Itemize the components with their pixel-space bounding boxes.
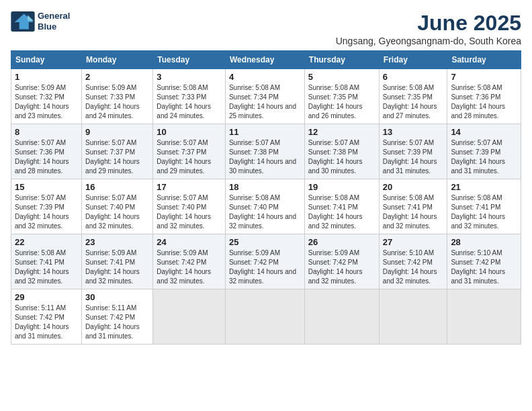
day-info: Sunrise: 5:08 AMSunset: 7:40 PMDaylight:… [229,194,296,230]
day-cell: 2 Sunrise: 5:09 AMSunset: 7:33 PMDayligh… [82,69,153,124]
day-info: Sunrise: 5:07 AMSunset: 7:38 PMDaylight:… [308,139,363,175]
day-info: Sunrise: 5:08 AMSunset: 7:36 PMDaylight:… [451,84,505,120]
day-info: Sunrise: 5:08 AMSunset: 7:41 PMDaylight:… [451,194,505,230]
day-cell: 29 Sunrise: 5:11 AMSunset: 7:42 PMDaylig… [11,289,82,345]
day-cell: 11 Sunrise: 5:07 AMSunset: 7:38 PMDaylig… [225,124,304,179]
day-cell: 10 Sunrise: 5:07 AMSunset: 7:37 PMDaylig… [153,124,226,179]
day-number: 6 [383,72,444,82]
day-cell: 14 Sunrise: 5:07 AMSunset: 7:39 PMDaylig… [447,124,521,179]
day-cell: 17 Sunrise: 5:07 AMSunset: 7:40 PMDaylig… [153,179,226,234]
week-row-2: 8 Sunrise: 5:07 AMSunset: 7:36 PMDayligh… [11,124,521,179]
header-cell-saturday: Saturday [447,51,521,69]
day-info: Sunrise: 5:11 AMSunset: 7:42 PMDaylight:… [85,304,140,340]
day-info: Sunrise: 5:08 AMSunset: 7:35 PMDaylight:… [308,84,363,120]
day-number: 23 [85,237,149,247]
logo-icon [11,11,35,32]
day-number: 17 [157,182,222,192]
day-cell: 23 Sunrise: 5:09 AMSunset: 7:41 PMDaylig… [82,234,153,289]
day-number: 8 [15,127,78,137]
day-number: 26 [308,237,375,247]
day-number: 29 [15,292,78,302]
day-number: 2 [85,72,149,82]
week-row-3: 15 Sunrise: 5:07 AMSunset: 7:39 PMDaylig… [11,179,521,234]
day-number: 14 [451,127,517,137]
week-row-4: 22 Sunrise: 5:08 AMSunset: 7:41 PMDaylig… [11,234,521,289]
day-info: Sunrise: 5:07 AMSunset: 7:36 PMDaylight:… [15,139,69,175]
day-cell [304,289,379,345]
day-number: 28 [451,237,517,247]
header-cell-wednesday: Wednesday [225,51,304,69]
day-number: 9 [85,127,149,137]
day-cell: 9 Sunrise: 5:07 AMSunset: 7:37 PMDayligh… [82,124,153,179]
day-cell: 28 Sunrise: 5:10 AMSunset: 7:42 PMDaylig… [447,234,521,289]
day-number: 16 [85,182,149,192]
day-number: 30 [85,292,149,302]
header-cell-thursday: Thursday [304,51,379,69]
day-info: Sunrise: 5:07 AMSunset: 7:40 PMDaylight:… [85,194,140,230]
day-number: 3 [157,72,222,82]
header-cell-monday: Monday [82,51,153,69]
day-cell: 24 Sunrise: 5:09 AMSunset: 7:42 PMDaylig… [153,234,226,289]
day-info: Sunrise: 5:07 AMSunset: 7:39 PMDaylight:… [383,139,437,175]
day-cell: 27 Sunrise: 5:10 AMSunset: 7:42 PMDaylig… [379,234,447,289]
day-cell: 25 Sunrise: 5:09 AMSunset: 7:42 PMDaylig… [225,234,304,289]
day-cell: 15 Sunrise: 5:07 AMSunset: 7:39 PMDaylig… [11,179,82,234]
day-number: 19 [308,182,375,192]
day-number: 22 [15,237,78,247]
month-title: June 2025 [336,11,521,36]
day-cell [225,289,304,345]
day-number: 12 [308,127,375,137]
day-info: Sunrise: 5:07 AMSunset: 7:37 PMDaylight:… [85,139,140,175]
day-number: 21 [451,182,517,192]
day-cell: 21 Sunrise: 5:08 AMSunset: 7:41 PMDaylig… [447,179,521,234]
calendar-table: SundayMondayTuesdayWednesdayThursdayFrid… [11,50,521,345]
header-cell-sunday: Sunday [11,51,82,69]
day-info: Sunrise: 5:10 AMSunset: 7:42 PMDaylight:… [383,249,437,285]
day-info: Sunrise: 5:07 AMSunset: 7:39 PMDaylight:… [451,139,505,175]
day-cell [153,289,226,345]
day-cell: 4 Sunrise: 5:08 AMSunset: 7:34 PMDayligh… [225,69,304,124]
day-cell: 26 Sunrise: 5:09 AMSunset: 7:42 PMDaylig… [304,234,379,289]
day-cell: 3 Sunrise: 5:08 AMSunset: 7:33 PMDayligh… [153,69,226,124]
day-cell: 19 Sunrise: 5:08 AMSunset: 7:41 PMDaylig… [304,179,379,234]
day-info: Sunrise: 5:08 AMSunset: 7:34 PMDaylight:… [229,84,296,120]
day-info: Sunrise: 5:07 AMSunset: 7:40 PMDaylight:… [157,194,211,230]
day-cell: 7 Sunrise: 5:08 AMSunset: 7:36 PMDayligh… [447,69,521,124]
day-number: 7 [451,72,517,82]
day-number: 25 [229,237,301,247]
header: General Blue June 2025 Ungsang, Gyeongsa… [11,11,521,46]
day-number: 5 [308,72,375,82]
day-info: Sunrise: 5:09 AMSunset: 7:32 PMDaylight:… [15,84,69,120]
day-cell: 30 Sunrise: 5:11 AMSunset: 7:42 PMDaylig… [82,289,153,345]
day-info: Sunrise: 5:11 AMSunset: 7:42 PMDaylight:… [15,304,69,340]
day-info: Sunrise: 5:09 AMSunset: 7:42 PMDaylight:… [308,249,363,285]
day-number: 27 [383,237,444,247]
day-number: 18 [229,182,301,192]
week-row-5: 29 Sunrise: 5:11 AMSunset: 7:42 PMDaylig… [11,289,521,345]
day-cell: 8 Sunrise: 5:07 AMSunset: 7:36 PMDayligh… [11,124,82,179]
day-info: Sunrise: 5:08 AMSunset: 7:41 PMDaylight:… [15,249,69,285]
day-info: Sunrise: 5:07 AMSunset: 7:39 PMDaylight:… [15,194,69,230]
day-info: Sunrise: 5:08 AMSunset: 7:41 PMDaylight:… [308,194,363,230]
day-cell [447,289,521,345]
title-area: June 2025 Ungsang, Gyeongsangnam-do, Sou… [336,11,521,46]
day-number: 24 [157,237,222,247]
header-cell-tuesday: Tuesday [153,51,226,69]
day-cell: 22 Sunrise: 5:08 AMSunset: 7:41 PMDaylig… [11,234,82,289]
day-number: 15 [15,182,78,192]
day-info: Sunrise: 5:09 AMSunset: 7:42 PMDaylight:… [229,249,296,285]
day-cell: 18 Sunrise: 5:08 AMSunset: 7:40 PMDaylig… [225,179,304,234]
day-cell: 5 Sunrise: 5:08 AMSunset: 7:35 PMDayligh… [304,69,379,124]
day-cell: 13 Sunrise: 5:07 AMSunset: 7:39 PMDaylig… [379,124,447,179]
day-info: Sunrise: 5:08 AMSunset: 7:33 PMDaylight:… [157,84,211,120]
day-cell: 6 Sunrise: 5:08 AMSunset: 7:35 PMDayligh… [379,69,447,124]
day-info: Sunrise: 5:09 AMSunset: 7:41 PMDaylight:… [85,249,140,285]
day-info: Sunrise: 5:08 AMSunset: 7:41 PMDaylight:… [383,194,437,230]
day-cell: 20 Sunrise: 5:08 AMSunset: 7:41 PMDaylig… [379,179,447,234]
day-number: 10 [157,127,222,137]
day-number: 1 [15,72,78,82]
day-info: Sunrise: 5:09 AMSunset: 7:33 PMDaylight:… [85,84,140,120]
day-info: Sunrise: 5:09 AMSunset: 7:42 PMDaylight:… [157,249,211,285]
day-info: Sunrise: 5:07 AMSunset: 7:38 PMDaylight:… [229,139,296,175]
day-info: Sunrise: 5:08 AMSunset: 7:35 PMDaylight:… [383,84,437,120]
